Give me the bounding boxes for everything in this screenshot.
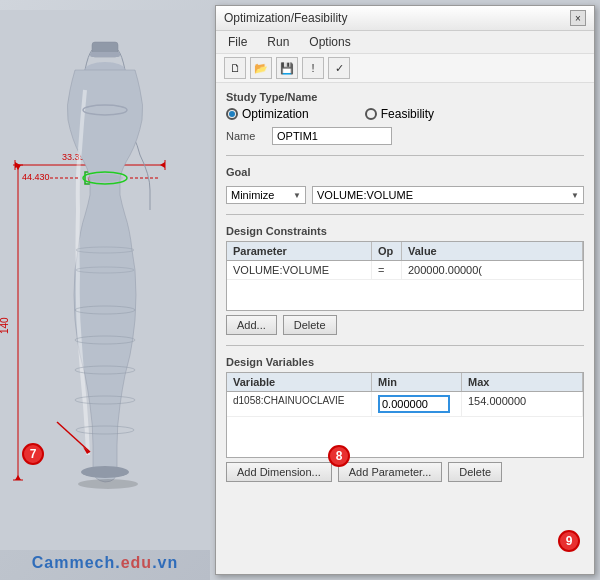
new-button[interactable]: 🗋 [224,57,246,79]
constraint-op-0: = [372,261,402,279]
header-parameter: Parameter [227,242,372,260]
goal-volume-dropdown[interactable]: VOLUME:VOLUME ▼ [312,186,584,204]
close-button[interactable]: × [570,10,586,26]
goal-row: Minimize ▼ VOLUME:VOLUME ▼ [226,186,584,204]
bottle-viewport: 33.351 44.430 00 140 [0,0,210,580]
constraints-empty [227,280,583,310]
menu-options[interactable]: Options [305,33,354,51]
dialog-toolbar: 🗋 📂 💾 ! ✓ [216,54,594,83]
name-label: Name [226,130,264,142]
dialog-menubar: File Run Options [216,31,594,54]
variables-delete-button[interactable]: Delete [448,462,502,482]
study-type-label: Study Type/Name [226,91,584,103]
study-type-section: Study Type/Name Optimization Feasibility… [226,91,584,145]
constraints-label: Design Constraints [226,225,584,237]
variable-max-0: 154.000000 [462,392,583,416]
optimization-radio[interactable]: Optimization [226,107,309,121]
header-value: Value [402,242,583,260]
open-button[interactable]: 📂 [250,57,272,79]
svg-text:140: 140 [0,317,10,334]
new-icon: 🗋 [230,62,241,74]
feasibility-radio-circle [365,108,377,120]
variable-name-0: d1058:CHAINUOCLAVIE [227,392,372,416]
header-min: Min [372,373,462,391]
add-parameter-button[interactable]: Add Parameter... [338,462,443,482]
constraints-add-button[interactable]: Add... [226,315,277,335]
warning-button[interactable]: ! [302,57,324,79]
constraints-header: Parameter Op Value [227,242,583,261]
variables-table: Variable Min Max d1058:CHAINUOCLAVIE 154… [226,372,584,458]
variable-min-0 [372,392,462,416]
dialog-body: Study Type/Name Optimization Feasibility… [216,83,594,574]
goal-type-value: Minimize [231,189,274,201]
name-input[interactable] [272,127,392,145]
add-dimension-button[interactable]: Add Dimension... [226,462,332,482]
constraints-section: Design Constraints Parameter Op Value VO… [226,225,584,335]
optimization-dialog: Optimization/Feasibility × File Run Opti… [215,5,595,575]
variables-btn-row: Add Dimension... Add Parameter... Delete [226,462,584,486]
goal-type-arrow: ▼ [293,191,301,200]
header-variable: Variable [227,373,372,391]
header-op: Op [372,242,402,260]
variables-label: Design Variables [226,356,584,368]
feasibility-label: Feasibility [381,107,434,121]
dialog-titlebar: Optimization/Feasibility × [216,6,594,31]
goal-volume-value: VOLUME:VOLUME [317,189,413,201]
variables-empty [227,417,583,457]
watermark: Cammech.edu.vn [0,554,210,572]
constraints-btn-row: Add... Delete [226,315,584,335]
constraint-val-0: 200000.00000( [402,261,583,279]
svg-text:44.430: 44.430 [22,172,50,182]
variable-min-input-0[interactable] [378,395,450,413]
constraints-delete-button[interactable]: Delete [283,315,337,335]
optimization-radio-circle [226,108,238,120]
warning-icon: ! [311,62,314,74]
save-icon: 💾 [280,62,294,75]
svg-rect-25 [90,52,120,57]
optimization-label: Optimization [242,107,309,121]
check-icon: ✓ [335,62,344,75]
svg-point-29 [78,479,138,489]
variable-row-0[interactable]: d1058:CHAINUOCLAVIE 154.000000 [227,392,583,417]
annotation-9: 9 [558,530,580,552]
feasibility-radio[interactable]: Feasibility [365,107,434,121]
annotation-8: 8 [328,445,350,467]
check-button[interactable]: ✓ [328,57,350,79]
menu-file[interactable]: File [224,33,251,51]
goal-type-dropdown[interactable]: Minimize ▼ [226,186,306,204]
save-button[interactable]: 💾 [276,57,298,79]
header-max: Max [462,373,583,391]
dialog-title: Optimization/Feasibility [224,11,347,25]
goal-label: Goal [226,166,584,178]
name-row: Name [226,127,584,145]
constraint-param-0: VOLUME:VOLUME [227,261,372,279]
open-icon: 📂 [254,62,268,75]
arrow-7 [35,412,115,472]
variables-section: Design Variables Variable Min Max d1058:… [226,356,584,566]
svg-line-33 [57,422,90,452]
study-type-row: Optimization Feasibility [226,107,584,121]
variables-header: Variable Min Max [227,373,583,392]
goal-section: Goal Minimize ▼ VOLUME:VOLUME ▼ [226,166,584,204]
goal-volume-arrow: ▼ [571,191,579,200]
svg-point-27 [87,174,123,182]
constraint-row-0[interactable]: VOLUME:VOLUME = 200000.00000( [227,261,583,280]
constraints-table: Parameter Op Value VOLUME:VOLUME = 20000… [226,241,584,311]
menu-run[interactable]: Run [263,33,293,51]
